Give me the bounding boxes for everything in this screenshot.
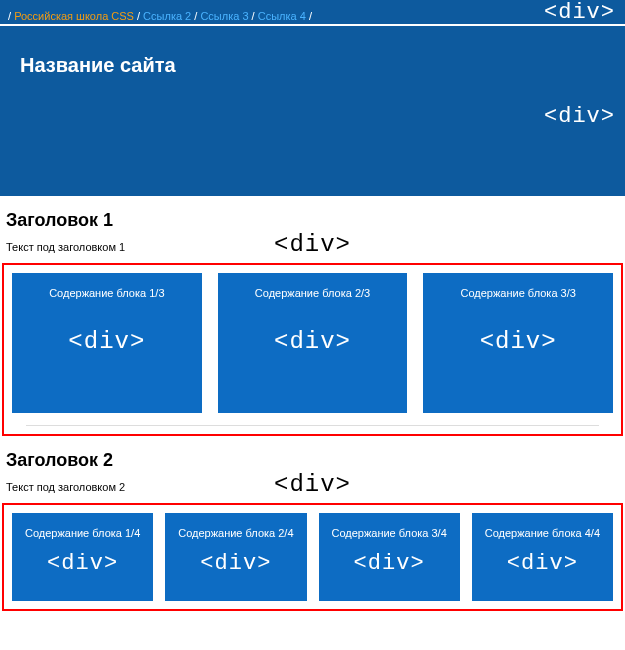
container-2: Содержание блока 1/4 <div> Содержание бл… [2, 503, 623, 611]
block-label: Содержание блока 3/3 [423, 287, 613, 299]
row-3cols: Содержание блока 1/3 <div> Содержание бл… [12, 273, 613, 413]
container-1: Содержание блока 1/3 <div> Содержание бл… [2, 263, 623, 436]
block-div-tag: <div> [47, 551, 118, 576]
block-1-3: Содержание блока 1/3 <div> [12, 273, 202, 413]
subtitle-wrapper-2: Текст под заголовком 2 <div> [6, 481, 619, 493]
block-label: Содержание блока 1/3 [12, 287, 202, 299]
nav-link-3[interactable]: Ссылка 3 [200, 10, 248, 22]
block-div-tag: <div> [68, 328, 145, 355]
block-div-tag: <div> [274, 328, 351, 355]
section-2: Заголовок 2 Текст под заголовком 2 <div> [0, 438, 625, 497]
header: Название сайта <div> [0, 26, 625, 198]
site-title: Название сайта [20, 54, 605, 77]
section1-div-tag: <div> [274, 231, 351, 258]
section-1: Заголовок 1 Текст под заголовком 1 <div> [0, 198, 625, 257]
block-label: Содержание блока 4/4 [472, 527, 613, 539]
block-2-3: Содержание блока 2/3 <div> [218, 273, 408, 413]
nav-links: / Российская школа CSS / Ссылка 2 / Ссыл… [8, 10, 312, 22]
divider [26, 425, 599, 426]
row-4cols: Содержание блока 1/4 <div> Содержание бл… [12, 513, 613, 601]
heading-1: Заголовок 1 [6, 210, 619, 231]
nav-div-tag: <div> [544, 0, 615, 25]
block-label: Содержание блока 1/4 [12, 527, 153, 539]
block-4-4: Содержание блока 4/4 <div> [472, 513, 613, 601]
block-2-4: Содержание блока 2/4 <div> [165, 513, 306, 601]
header-div-tag: <div> [544, 104, 615, 129]
nav-sep: / [309, 10, 312, 22]
nav-link-1[interactable]: Российская школа CSS [14, 10, 134, 22]
block-div-tag: <div> [507, 551, 578, 576]
block-div-tag: <div> [200, 551, 271, 576]
block-label: Содержание блока 2/4 [165, 527, 306, 539]
heading-2: Заголовок 2 [6, 450, 619, 471]
block-label: Содержание блока 2/3 [218, 287, 408, 299]
block-3-3: Содержание блока 3/3 <div> [423, 273, 613, 413]
block-div-tag: <div> [354, 551, 425, 576]
nav-link-2[interactable]: Ссылка 2 [143, 10, 191, 22]
section2-div-tag: <div> [274, 471, 351, 498]
nav-link-4[interactable]: Ссылка 4 [258, 10, 306, 22]
block-div-tag: <div> [480, 328, 557, 355]
block-1-4: Содержание блока 1/4 <div> [12, 513, 153, 601]
nav-bar: / Российская школа CSS / Ссылка 2 / Ссыл… [0, 0, 625, 26]
block-3-4: Содержание блока 3/4 <div> [319, 513, 460, 601]
subtitle-wrapper-1: Текст под заголовком 1 <div> [6, 241, 619, 253]
block-label: Содержание блока 3/4 [319, 527, 460, 539]
